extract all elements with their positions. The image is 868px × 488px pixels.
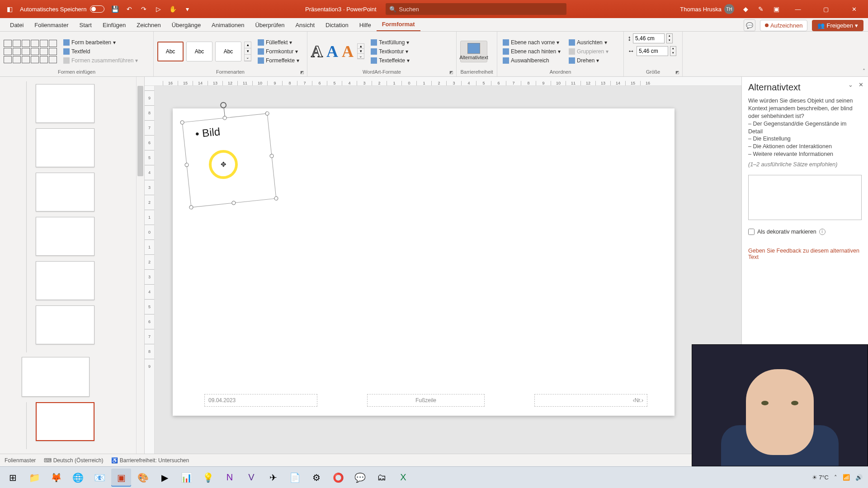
bring-forward-button[interactable]: Ebene nach vorne ▾	[501, 38, 562, 47]
layout-thumbnail[interactable]	[36, 261, 94, 300]
alt-text-input[interactable]	[748, 175, 862, 220]
app-icon[interactable]: 🎨	[133, 469, 153, 487]
system-tray[interactable]: ☀ 7°C ˄ 📶 🔊	[812, 474, 865, 481]
wordart-style[interactable]: A	[326, 42, 338, 61]
spinner[interactable]: ▴▾	[670, 46, 676, 56]
excel-icon[interactable]: X	[393, 469, 413, 487]
feedback-link[interactable]: Geben Sie Feedback zu diesem alternative…	[748, 248, 862, 260]
textbox-button[interactable]: Textfeld	[61, 47, 140, 56]
redo-icon[interactable]: ↷	[140, 5, 148, 13]
tab-dictation[interactable]: Dictation	[320, 19, 354, 31]
gallery-scroll[interactable]: ▴▾⌄	[357, 43, 364, 59]
shape-styles-gallery[interactable]: Abc Abc Abc ▴▾⌄	[157, 42, 251, 61]
tray-chevron-icon[interactable]: ˄	[834, 474, 837, 481]
status-a11y[interactable]: ♿ Barrierefreiheit: Untersuchen	[111, 457, 189, 464]
tab-hilfe[interactable]: Hilfe	[354, 19, 377, 31]
slide[interactable]: Bild ✥ 09.04.2023	[173, 108, 675, 416]
dialog-launcher-icon[interactable]: ◩	[449, 70, 453, 75]
app-icon[interactable]: 🗂	[372, 469, 392, 487]
footer-placeholder[interactable]: Fußzeile	[367, 394, 485, 407]
outlook-icon[interactable]: 📧	[90, 469, 109, 487]
save-icon[interactable]: 💾	[111, 5, 119, 13]
tray-volume-icon[interactable]: 🔊	[855, 474, 863, 481]
date-placeholder[interactable]: 09.04.2023	[204, 394, 317, 407]
style-item[interactable]: Abc	[186, 42, 212, 61]
selection-pane-button[interactable]: Auswahlbereich	[501, 56, 562, 65]
slide-canvas[interactable]: Bild ✥ 09.04.2023	[155, 86, 741, 454]
app-icon[interactable]: ⚙	[307, 469, 326, 487]
collapse-ribbon-button[interactable]: ˄	[863, 68, 865, 75]
edit-shape-button[interactable]: Form bearbeiten ▾	[61, 38, 140, 47]
app-icon[interactable]: 📊	[176, 469, 196, 487]
app-icon[interactable]: 💬	[350, 469, 370, 487]
close-button[interactable]: ✕	[844, 0, 864, 18]
record-button[interactable]: Aufzeichnen	[760, 20, 808, 31]
resize-handle[interactable]	[184, 163, 189, 167]
shape-fill-button[interactable]: Fülleffekt ▾	[256, 38, 301, 47]
app-icon[interactable]: ⭕	[328, 469, 348, 487]
diamond-icon[interactable]: ◆	[741, 5, 750, 13]
rotate-handle[interactable]	[220, 102, 226, 108]
minimize-button[interactable]: —	[788, 0, 808, 18]
text-fill-button[interactable]: Textfüllung ▾	[369, 38, 411, 47]
tab-datei[interactable]: Datei	[5, 19, 29, 31]
height-field[interactable]: ↕ 5,46 cm ▴▾	[627, 33, 673, 43]
tab-zeichnen[interactable]: Zeichnen	[131, 19, 166, 31]
start-button[interactable]: ⊞	[3, 469, 23, 487]
share-button[interactable]: 👥 Freigeben ▾	[812, 20, 863, 31]
tab-ansicht[interactable]: Ansicht	[290, 19, 320, 31]
rotate-button[interactable]: Drehen ▾	[567, 56, 610, 65]
toggle-switch-icon[interactable]	[90, 5, 104, 13]
touch-mode-icon[interactable]: ✋	[169, 5, 177, 13]
comments-button[interactable]: 💬	[744, 19, 755, 31]
wordart-style[interactable]: A	[342, 42, 354, 61]
app-icon[interactable]: 📄	[285, 469, 305, 487]
send-backward-button[interactable]: Ebene nach hinten ▾	[501, 47, 562, 56]
tab-einfuegen[interactable]: Einfügen	[97, 19, 131, 31]
layout-thumbnail[interactable]	[36, 217, 94, 256]
tab-ueberpruefen[interactable]: Überprüfen	[250, 19, 290, 31]
scrollbar-vertical[interactable]	[136, 77, 144, 454]
dialog-launcher-icon[interactable]: ◩	[300, 70, 304, 75]
master-thumbnail[interactable]	[22, 357, 90, 397]
chrome-icon[interactable]: 🌐	[68, 469, 88, 487]
resize-handle[interactable]	[274, 196, 278, 201]
chevron-down-icon[interactable]: ⌄	[848, 81, 853, 88]
layout-thumbnail[interactable]	[36, 128, 94, 167]
file-explorer-icon[interactable]: 📁	[24, 469, 44, 487]
qat-more-icon[interactable]: ▾	[183, 5, 191, 13]
info-icon[interactable]: i	[819, 229, 826, 235]
gallery-scroll[interactable]: ▴▾⌄	[244, 42, 251, 61]
wordart-style[interactable]: A	[311, 42, 323, 61]
tab-start[interactable]: Start	[74, 19, 97, 31]
maximize-button[interactable]: ▢	[816, 0, 836, 18]
from-beginning-icon[interactable]: ▷	[154, 5, 162, 13]
resize-handle[interactable]	[269, 154, 274, 158]
layout-thumbnail[interactable]	[36, 305, 94, 344]
checkbox[interactable]	[748, 229, 755, 235]
shape-outline-button[interactable]: Formkontur ▾	[256, 47, 301, 56]
account-button[interactable]: Thomas Hruska TH	[680, 4, 734, 14]
alt-text-button[interactable]: Alternativtext	[460, 41, 487, 62]
dialog-launcher-icon[interactable]: ◩	[675, 70, 679, 75]
vlc-icon[interactable]: ▶	[155, 469, 175, 487]
autosave-toggle[interactable]: Automatisches Speichern	[20, 5, 104, 13]
spinner[interactable]: ▴▾	[666, 33, 673, 43]
resize-handle[interactable]	[231, 201, 236, 205]
pagenum-placeholder[interactable]: ‹Nr.›	[534, 394, 647, 407]
wordart-gallery[interactable]: A A A ▴▾⌄	[311, 42, 364, 61]
undo-icon[interactable]: ↶	[125, 5, 133, 13]
search-box[interactable]: 🔍 Suchen	[386, 3, 566, 15]
tray-network-icon[interactable]: 📶	[843, 474, 850, 481]
text-effects-button[interactable]: Texteffekte ▾	[369, 56, 411, 65]
status-view[interactable]: Folienmaster	[5, 457, 36, 464]
style-item[interactable]: Abc	[215, 42, 241, 61]
app-icon[interactable]: 💡	[198, 469, 218, 487]
shapes-gallery[interactable]	[4, 40, 57, 63]
tab-folienmaster[interactable]: Folienmaster	[29, 19, 74, 31]
powerpoint-icon[interactable]: ▣	[111, 469, 131, 487]
resize-handle[interactable]	[222, 116, 227, 120]
tab-formformat[interactable]: Formformat	[377, 18, 420, 31]
layout-thumbnail[interactable]	[36, 173, 94, 211]
status-lang[interactable]: ⌨ Deutsch (Österreich)	[44, 457, 103, 464]
